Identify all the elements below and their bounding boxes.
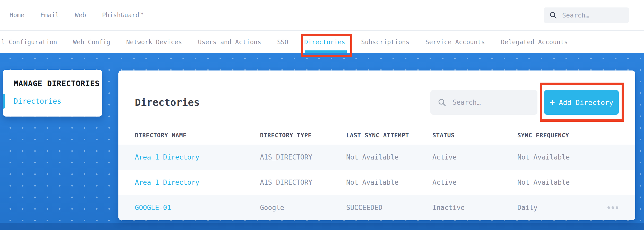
plus-icon: +: [550, 98, 555, 107]
cell-last-sync-attempt: Not Available: [346, 179, 432, 186]
cell-actions: [603, 205, 619, 210]
tab-subscriptions[interactable]: Subscriptions: [361, 31, 410, 53]
tab-directories-label: Directories: [304, 39, 345, 46]
directories-search-input[interactable]: [452, 98, 530, 107]
column-header-last-sync-attempt: LAST SYNC ATTEMPT: [346, 132, 432, 139]
table-row: Area 1 Directory A1S_DIRECTORY Not Avail…: [118, 170, 635, 195]
tab-configuration-truncated[interactable]: l Configuration: [1, 31, 57, 53]
nav-item-phishguard[interactable]: PhishGuard™: [102, 12, 143, 19]
cell-sync-frequency: Not Available: [517, 153, 603, 161]
tab-service-accounts[interactable]: Service Accounts: [425, 31, 485, 53]
directory-name-link[interactable]: GOOGLE-01: [135, 204, 260, 211]
panel-header-controls: + Add Directory: [430, 90, 619, 115]
nav-item-home[interactable]: Home: [10, 12, 24, 19]
directories-panel: Directories + Add Directory: [118, 70, 635, 220]
global-search-input[interactable]: [562, 11, 623, 19]
column-header-sync-frequency: SYNC FREQUENCY: [517, 132, 603, 139]
sidebar-card-title: MANAGE DIRECTORIES: [14, 79, 100, 88]
tab-sso[interactable]: SSO: [277, 31, 288, 53]
horizontal-ellipsis-icon[interactable]: [607, 205, 619, 210]
table-header-row: DIRECTORY NAME DIRECTORY TYPE LAST SYNC …: [118, 126, 635, 145]
panel-title: Directories: [135, 97, 200, 108]
active-tab-underline: [305, 50, 347, 53]
add-directory-button-label: Add Directory: [559, 99, 613, 107]
bottom-dark-strip: [0, 223, 644, 230]
cell-last-sync-attempt: SUCCEEDED: [346, 204, 432, 211]
nav-item-email[interactable]: Email: [40, 12, 59, 19]
cell-sync-frequency: Daily: [517, 204, 603, 211]
cell-status: Active: [432, 153, 517, 161]
sidebar-item-directories[interactable]: Directories: [14, 97, 61, 105]
tab-users-and-actions[interactable]: Users and Actions: [198, 31, 261, 53]
tab-delegated-accounts[interactable]: Delegated Accounts: [501, 31, 568, 53]
nav-item-web[interactable]: Web: [75, 12, 86, 19]
search-icon: [549, 11, 557, 19]
panel-header: Directories + Add Directory: [135, 90, 619, 115]
tab-network-devices[interactable]: Network Devices: [126, 31, 182, 53]
column-header-directory-name: DIRECTORY NAME: [135, 132, 260, 139]
content-area: MANAGE DIRECTORIES Directories Directori…: [0, 53, 644, 230]
manage-directories-card: MANAGE DIRECTORIES Directories: [3, 70, 102, 117]
cell-status: Active: [432, 179, 517, 186]
tab-web-config[interactable]: Web Config: [73, 31, 110, 53]
directory-name-link[interactable]: Area 1 Directory: [135, 153, 260, 161]
secondary-nav: l Configuration Web Config Network Devic…: [0, 31, 644, 53]
column-header-directory-type: DIRECTORY TYPE: [260, 132, 346, 139]
cell-directory-type: A1S_DIRECTORY: [260, 153, 346, 161]
table-row: Area 1 Directory A1S_DIRECTORY Not Avail…: [118, 145, 635, 170]
cell-sync-frequency: Not Available: [517, 179, 603, 186]
add-directory-button[interactable]: + Add Directory: [544, 90, 619, 115]
cell-directory-type: Google: [260, 204, 346, 211]
primary-nav-items: Home Email Web PhishGuard™: [0, 12, 143, 19]
directories-search-box[interactable]: [430, 90, 537, 115]
column-header-status: STATUS: [432, 132, 517, 139]
directories-table: DIRECTORY NAME DIRECTORY TYPE LAST SYNC …: [118, 126, 635, 220]
directory-name-link[interactable]: Area 1 Directory: [135, 179, 260, 186]
tab-directories[interactable]: Directories: [304, 31, 345, 53]
primary-nav: Home Email Web PhishGuard™: [0, 0, 644, 31]
cell-directory-type: A1S_DIRECTORY: [260, 179, 346, 186]
cell-status: Inactive: [432, 204, 517, 211]
add-directory-button-wrap: + Add Directory: [544, 90, 619, 115]
active-item-accent-bar: [3, 94, 5, 109]
cell-last-sync-attempt: Not Available: [346, 153, 432, 161]
global-search-box[interactable]: [544, 7, 629, 23]
table-row: GOOGLE-01 Google SUCCEEDED Inactive Dail…: [118, 195, 635, 220]
search-icon: [438, 98, 446, 107]
